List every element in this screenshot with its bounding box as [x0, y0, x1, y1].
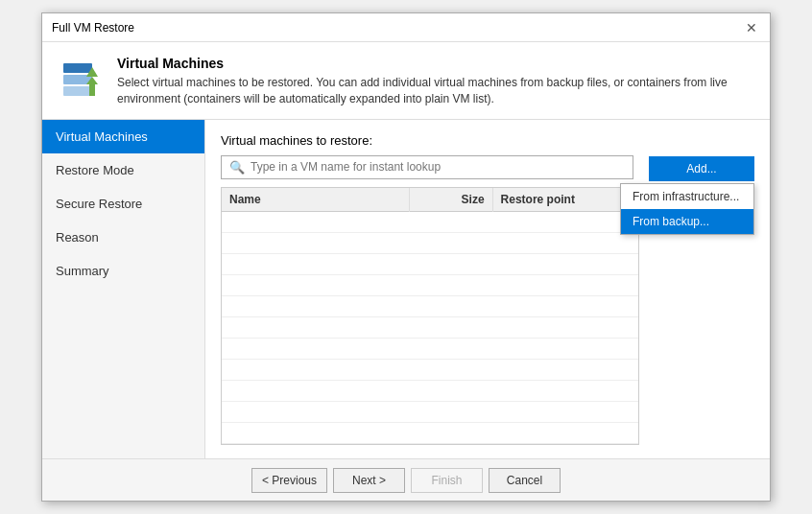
- table-body: [222, 211, 638, 445]
- add-dropdown-menu: From infrastructure... From backup...: [620, 183, 754, 235]
- previous-button[interactable]: < Previous: [251, 468, 327, 493]
- full-vm-restore-dialog: Full VM Restore ✕ Virtual Machines Selec…: [41, 12, 771, 502]
- svg-rect-2: [63, 63, 92, 73]
- search-input[interactable]: [251, 160, 625, 174]
- table-header-row: Name Size Restore point: [222, 188, 638, 212]
- add-button[interactable]: Add...: [649, 156, 754, 181]
- finish-button[interactable]: Finish: [411, 468, 483, 493]
- table-row: [222, 232, 638, 253]
- search-box: 🔍: [221, 155, 633, 179]
- search-icon: 🔍: [229, 160, 245, 175]
- header-title: Virtual Machines: [117, 56, 754, 71]
- header-area: Virtual Machines Select virtual machines…: [42, 42, 770, 120]
- sidebar-item-virtual-machines[interactable]: Virtual Machines: [42, 120, 204, 153]
- sidebar-item-summary[interactable]: Summary: [42, 254, 204, 288]
- table-row: [222, 380, 638, 401]
- content-area: Virtual Machines Restore Mode Secure Res…: [42, 120, 770, 458]
- main-panel: Virtual machines to restore: 🔍 Name Size…: [205, 120, 770, 458]
- table-row: [222, 338, 638, 359]
- section-label: Virtual machines to restore:: [221, 133, 754, 148]
- header-text: Virtual Machines Select virtual machines…: [117, 56, 754, 107]
- table-row: [222, 443, 638, 445]
- sidebar-item-reason[interactable]: Reason: [42, 221, 204, 254]
- sidebar-item-restore-mode[interactable]: Restore Mode: [42, 153, 204, 187]
- table-row: [222, 422, 638, 443]
- sidebar-item-secure-restore[interactable]: Secure Restore: [42, 187, 204, 221]
- title-bar: Full VM Restore ✕: [42, 13, 770, 42]
- table-row: [222, 316, 638, 338]
- table-row: [222, 274, 638, 295]
- footer: < Previous Next > Finish Cancel: [42, 458, 770, 501]
- table-row: [222, 401, 638, 422]
- table-row: [222, 253, 638, 274]
- vm-restore-icon: [58, 56, 104, 102]
- dialog-title: Full VM Restore: [52, 21, 134, 35]
- vm-table: Name Size Restore point: [221, 187, 639, 445]
- close-button[interactable]: ✕: [743, 19, 760, 36]
- next-button[interactable]: Next >: [333, 468, 405, 493]
- col-header-restore-point: Restore point: [492, 188, 638, 212]
- header-description: Select virtual machines to be restored. …: [117, 75, 754, 107]
- table-row: [222, 359, 638, 380]
- from-backup-item[interactable]: From backup...: [621, 209, 753, 234]
- col-header-name: Name: [222, 188, 409, 212]
- col-header-size: Size: [409, 188, 492, 212]
- svg-rect-1: [63, 86, 92, 96]
- sidebar: Virtual Machines Restore Mode Secure Res…: [42, 120, 205, 458]
- from-infrastructure-item[interactable]: From infrastructure...: [621, 184, 753, 209]
- table-row: [222, 295, 638, 316]
- table-row: [222, 211, 638, 232]
- cancel-button[interactable]: Cancel: [489, 468, 561, 493]
